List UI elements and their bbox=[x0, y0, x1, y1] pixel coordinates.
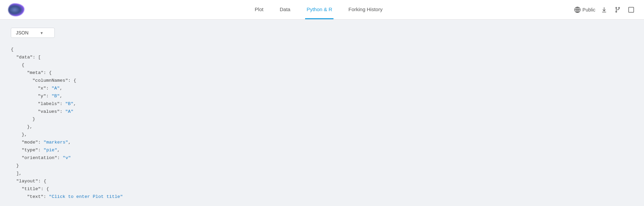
code-line: ], bbox=[16, 170, 633, 178]
code-line: }, bbox=[22, 131, 633, 139]
tab-forking-history[interactable]: Forking History bbox=[347, 0, 384, 19]
tab-plot[interactable]: Plot bbox=[253, 0, 265, 19]
svg-point-6 bbox=[616, 11, 617, 12]
tab-python-r[interactable]: Python & R bbox=[305, 0, 333, 19]
code-line: } bbox=[16, 162, 633, 170]
code-line: "text": "Click to enter Plot title" bbox=[27, 193, 633, 201]
code-line: "title": { bbox=[22, 185, 633, 193]
code-line: { bbox=[22, 61, 633, 69]
code-line: "x": "A", bbox=[38, 85, 633, 93]
code-line: "meta": { bbox=[27, 69, 633, 77]
logo-icon bbox=[8, 3, 24, 16]
app-header: Plot Data Python & R Forking History Pub… bbox=[0, 0, 644, 20]
format-selected-label: JSON bbox=[16, 30, 28, 35]
public-badge: Public bbox=[574, 6, 595, 13]
code-line: { bbox=[11, 46, 633, 54]
code-line: "data": [ bbox=[16, 54, 633, 61]
svg-point-5 bbox=[619, 7, 620, 8]
svg-rect-7 bbox=[629, 7, 634, 12]
code-line: "y": "B", bbox=[38, 93, 633, 100]
download-icon bbox=[601, 6, 608, 13]
chevron-down-icon: ▾ bbox=[41, 30, 43, 35]
logo-area bbox=[8, 3, 69, 16]
main-content: JSON ▾ { "data": [ { "meta": { "columnNa… bbox=[0, 20, 644, 206]
format-dropdown[interactable]: JSON ▾ bbox=[11, 28, 55, 38]
code-line: "labels": "B", bbox=[38, 100, 633, 108]
code-line: "layout": { bbox=[16, 178, 633, 185]
code-line: "columnNames": { bbox=[32, 77, 633, 85]
download-button[interactable] bbox=[599, 5, 609, 15]
nav-tabs: Plot Data Python & R Forking History bbox=[69, 0, 568, 19]
svg-point-4 bbox=[616, 7, 617, 8]
expand-button[interactable] bbox=[626, 5, 636, 15]
globe-icon bbox=[574, 6, 581, 13]
fork-icon bbox=[614, 6, 621, 13]
code-display: { "data": [ { "meta": { "columnNames": {… bbox=[11, 46, 633, 201]
expand-icon bbox=[628, 6, 635, 13]
code-line: } bbox=[32, 115, 633, 123]
code-line: "type": "pie", bbox=[22, 147, 633, 154]
code-line: }, bbox=[27, 123, 633, 131]
public-label: Public bbox=[583, 7, 595, 12]
code-line: "orientation": "v" bbox=[22, 154, 633, 162]
code-line: "mode": "markers", bbox=[22, 139, 633, 147]
code-line: "values": "A" bbox=[38, 108, 633, 116]
tab-data[interactable]: Data bbox=[278, 0, 292, 19]
fork-button[interactable] bbox=[613, 5, 622, 15]
header-actions: Public bbox=[568, 5, 636, 15]
